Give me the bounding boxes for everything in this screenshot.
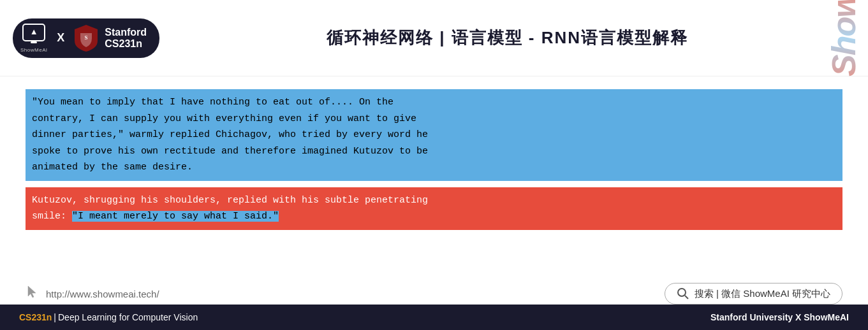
paragraph-1: "You mean to imply that I have nothing t… [26, 89, 842, 181]
stanford-name: Stanford [105, 27, 147, 38]
para1-line1: "You mean to imply that I have nothing t… [32, 97, 394, 108]
bottom-left: CS231n | Deep Learning for Computer Visi… [19, 312, 198, 322]
para1-line5: animated by the same desire. [32, 162, 193, 173]
search-section[interactable]: 搜索 | 微信 ShowMeAI 研究中心 [665, 283, 842, 305]
para2-line2: smile: [32, 211, 72, 222]
bottom-bar: CS231n | Deep Learning for Computer Visi… [0, 305, 868, 330]
svg-point-1 [678, 289, 686, 296]
showmeai-label: ShowMeAl [20, 47, 47, 53]
search-icon [677, 287, 689, 300]
paragraph-2: Kutuzov, shrugging his shoulders, replie… [26, 187, 842, 230]
para1-line3: dinner parties," warmly replied Chichago… [32, 129, 428, 140]
watermark: ShowMeAI [825, 0, 863, 76]
para2-quoted: "I meant merely to say what I said." [72, 211, 279, 222]
main-content: "You mean to imply that I have nothing t… [0, 76, 868, 238]
stanford-text: Stanford CS231n [105, 27, 147, 50]
bottom-right: Stanford University X ShowMeAI [710, 312, 849, 322]
logo-badge: ▲ ShowMeAl X S Stanford CS231n [13, 18, 159, 58]
x-separator: X [57, 31, 64, 45]
svg-line-2 [685, 296, 688, 299]
showmeai-screen-icon: ▲ [22, 24, 45, 41]
page-header: ▲ ShowMeAl X S Stanford CS231n 循环神经网络 | … [0, 0, 868, 76]
showmeai-logo: ▲ ShowMeAl [20, 24, 47, 53]
course-separator: | [54, 312, 56, 322]
para1-line4: spoke to prove his own rectitude and the… [32, 146, 428, 157]
stanford-shield-icon: S [74, 24, 98, 52]
url-section: http://www.showmeai.tech/ [26, 285, 159, 303]
para1-line2: contrary, I can supply you with everythi… [32, 113, 416, 124]
para2-line1: Kutuzov, shrugging his shoulders, replie… [32, 195, 428, 206]
course-desc: Deep Learning for Computer Vision [58, 312, 198, 322]
svg-text:S: S [85, 34, 88, 41]
bottom-right-text: Stanford University X ShowMeAI [710, 312, 849, 322]
footer: http://www.showmeai.tech/ 搜索 | 微信 ShowMe… [0, 283, 868, 305]
stanford-course: CS231n [105, 38, 147, 50]
cursor-icon [26, 285, 40, 303]
search-label: 搜索 | 微信 ShowMeAI 研究中心 [695, 288, 830, 300]
url-text: http://www.showmeai.tech/ [46, 289, 159, 299]
page-title: 循环神经网络 | 语言模型 - RNN语言模型解释 [159, 27, 855, 49]
course-id: CS231n [19, 312, 52, 322]
